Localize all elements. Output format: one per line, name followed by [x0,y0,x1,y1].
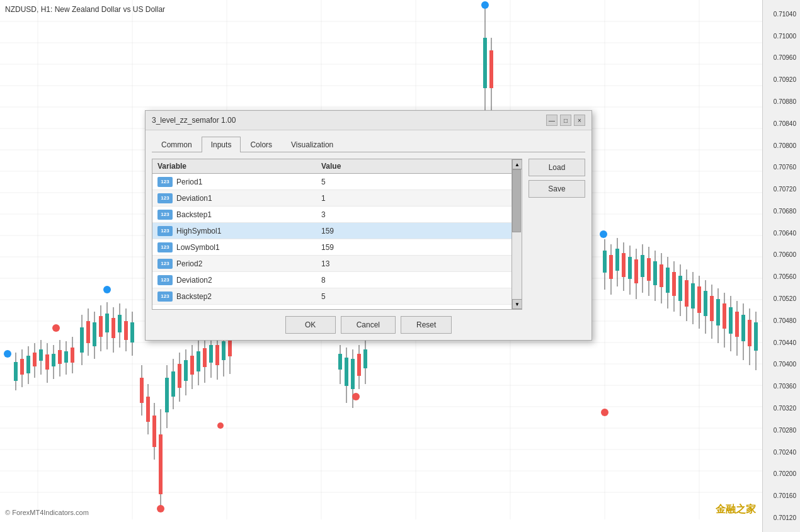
dialog-controls: — □ × [546,115,585,126]
scrollbar-down-button[interactable]: ▼ [512,299,522,309]
row-variable: Backstep2 [176,292,321,301]
row-variable: Deviation2 [176,276,321,285]
scrollbar-up-button[interactable]: ▲ [512,159,522,169]
row-value: 5 [321,292,517,301]
row-value: 13 [321,259,517,268]
minimize-button[interactable]: — [546,115,557,126]
row-variable: Backstep1 [176,210,321,219]
dialog-content: Common Inputs Colors Visualization Varia… [146,130,591,340]
tab-common[interactable]: Common [152,137,202,152]
row-icon: 123 [157,177,173,187]
table-row[interactable]: 123 LowSymbol1 159 [152,239,522,256]
col-variable-header: Variable [157,162,321,171]
row-variable: HighSymbol1 [176,227,321,235]
table-row[interactable]: 123 Backstep1 3 [152,207,522,223]
tab-bar: Common Inputs Colors Visualization [152,137,585,152]
scrollbar-track [512,169,522,299]
row-icon: 123 [157,291,173,302]
row-icon: 123 [157,210,173,220]
close-button[interactable]: × [574,115,585,126]
table-row[interactable]: 123 HighSymbol1 159 [152,223,522,239]
save-button[interactable]: Save [529,180,585,198]
row-variable: Deviation1 [176,194,321,203]
maximize-button[interactable]: □ [560,115,571,126]
table-row[interactable]: 123 Backstep2 5 [152,288,522,305]
table-row[interactable]: 123 Period2 13 [152,256,522,272]
table-body: 123 Period1 5 123 Deviation1 1 123 [152,174,522,306]
row-value: 8 [321,276,517,285]
table-row[interactable]: 123 Deviation1 1 [152,190,522,207]
load-button[interactable]: Load [529,159,585,176]
row-icon: 123 [157,193,173,203]
col-value-header: Value [321,162,517,171]
row-variable: Period1 [176,178,321,186]
tab-inputs[interactable]: Inputs [202,137,241,152]
row-variable: Period2 [176,259,321,268]
table-header: Variable Value [152,159,522,174]
row-value: 159 [321,243,517,252]
dialog: 3_level_zz_semafor 1.00 — □ × Common Inp… [145,110,592,341]
row-icon: 123 [157,242,173,252]
table-row[interactable]: 123 Deviation2 8 [152,272,522,288]
cancel-button[interactable]: Cancel [341,316,396,334]
dialog-titlebar: 3_level_zz_semafor 1.00 — □ × [146,111,591,130]
table-container: Variable Value 123 Period1 5 123 [152,159,585,310]
tab-colors[interactable]: Colors [241,137,282,152]
scrollbar[interactable]: ▲ ▼ [511,159,522,309]
row-value: 3 [321,210,517,219]
table-row[interactable]: 123 HighSymbol2 [152,305,522,306]
scrollbar-thumb[interactable] [512,169,521,232]
row-variable: LowSymbol1 [176,243,321,252]
bottom-buttons: OK Cancel Reset [152,316,585,334]
row-icon: 123 [157,226,173,236]
dialog-title: 3_level_zz_semafor 1.00 [152,116,236,125]
row-icon: 123 [157,259,173,269]
side-buttons: Load Save [529,159,585,310]
row-value: 5 [321,178,517,186]
tab-visualization[interactable]: Visualization [282,137,343,152]
reset-button[interactable]: Reset [401,316,452,334]
ok-button[interactable]: OK [285,316,336,334]
table-row[interactable]: 123 Period1 5 [152,174,522,190]
row-value: 159 [321,227,517,235]
dialog-overlay: 3_level_zz_semafor 1.00 — □ × Common Inp… [0,0,800,532]
row-value: 1 [321,194,517,203]
row-icon: 123 [157,275,173,285]
data-table: Variable Value 123 Period1 5 123 [152,159,522,310]
